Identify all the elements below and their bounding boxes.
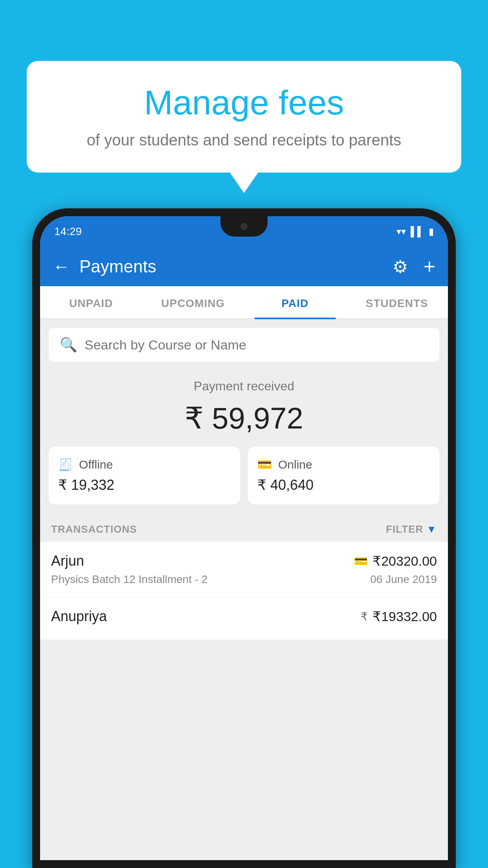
transaction-name: Anupriya — [51, 608, 107, 625]
transaction-amount: ₹19332.00 — [372, 609, 437, 624]
transaction-bottom: Physics Batch 12 Installment - 2 06 June… — [51, 573, 437, 586]
bubble-title: Manage fees — [50, 83, 438, 123]
tab-paid[interactable]: PAID — [244, 286, 346, 318]
wifi-icon: ▾▾ — [396, 226, 406, 237]
camera — [240, 223, 248, 230]
offline-card-header: 🧾 Offline — [58, 458, 231, 471]
tab-unpaid[interactable]: UNPAID — [40, 286, 142, 318]
transaction-course: Physics Batch 12 Installment - 2 — [51, 573, 207, 586]
offline-icon: 🧾 — [58, 458, 73, 471]
transaction-amount-wrap: ₹ ₹19332.00 — [361, 609, 437, 624]
online-label: Online — [278, 458, 312, 471]
search-input[interactable] — [84, 337, 428, 353]
transaction-top: Anupriya ₹ ₹19332.00 — [51, 608, 437, 625]
transactions-label: TRANSACTIONS — [51, 523, 137, 535]
settings-button[interactable]: ⚙ — [393, 257, 408, 277]
transaction-amount-wrap: 💳 ₹20320.00 — [354, 553, 437, 569]
add-button[interactable]: + — [424, 255, 435, 278]
tabs-bar: UNPAID UPCOMING PAID STUDENTS — [40, 286, 448, 319]
tab-students[interactable]: STUDENTS — [346, 286, 448, 318]
transaction-name: Arjun — [51, 553, 84, 569]
online-amount: ₹ 40,640 — [257, 477, 430, 493]
notch — [220, 216, 268, 237]
header-title: Payments — [79, 257, 383, 276]
status-bar: 14:29 ▾▾ ▌▌ ▮ — [40, 216, 448, 247]
back-button[interactable]: ← — [53, 257, 70, 276]
phone-inner: 14:29 ▾▾ ▌▌ ▮ ← Payments ⚙ + UNPAID UPCO… — [40, 216, 448, 860]
transaction-row[interactable]: Arjun 💳 ₹20320.00 Physics Batch 12 Insta… — [40, 542, 448, 597]
battery-icon: ▮ — [429, 226, 434, 237]
offline-amount: ₹ 19,332 — [58, 477, 231, 493]
online-card-header: 💳 Online — [257, 458, 430, 471]
app-header: ← Payments ⚙ + — [40, 247, 448, 286]
payment-cards: 🧾 Offline ₹ 19,332 💳 Online ₹ 40,640 — [40, 447, 448, 515]
tab-upcoming[interactable]: UPCOMING — [142, 286, 244, 318]
transaction-date: 06 June 2019 — [370, 573, 437, 586]
online-icon: 💳 — [257, 458, 272, 471]
transaction-type-icon: ₹ — [361, 610, 368, 623]
offline-card: 🧾 Offline ₹ 19,332 — [49, 447, 240, 504]
transaction-type-icon: 💳 — [354, 555, 368, 568]
offline-label: Offline — [79, 458, 113, 471]
search-icon: 🔍 — [60, 337, 77, 353]
phone-frame: 14:29 ▾▾ ▌▌ ▮ ← Payments ⚙ + UNPAID UPCO… — [32, 208, 456, 868]
transaction-row[interactable]: Anupriya ₹ ₹19332.00 — [40, 597, 448, 640]
transaction-top: Arjun 💳 ₹20320.00 — [51, 553, 437, 569]
content-area: 🔍 Payment received ₹ 59,972 🧾 Offline ₹ … — [40, 328, 448, 640]
payment-received-label: Payment received — [49, 379, 439, 394]
status-icons: ▾▾ ▌▌ ▮ — [396, 226, 434, 237]
payment-amount: ₹ 59,972 — [49, 401, 439, 436]
speech-bubble: Manage fees of your students and send re… — [27, 61, 461, 173]
status-time: 14:29 — [54, 225, 82, 238]
payment-summary: Payment received ₹ 59,972 — [40, 362, 448, 447]
filter-icon: ▼ — [426, 523, 437, 535]
signal-icon: ▌▌ — [411, 226, 424, 237]
bubble-subtitle: of your students and send receipts to pa… — [50, 131, 438, 149]
online-card: 💳 Online ₹ 40,640 — [248, 447, 439, 504]
filter-button[interactable]: FILTER ▼ — [386, 523, 437, 535]
search-bar[interactable]: 🔍 — [49, 328, 439, 362]
transactions-header: TRANSACTIONS FILTER ▼ — [40, 515, 448, 542]
transaction-amount: ₹20320.00 — [372, 553, 437, 569]
